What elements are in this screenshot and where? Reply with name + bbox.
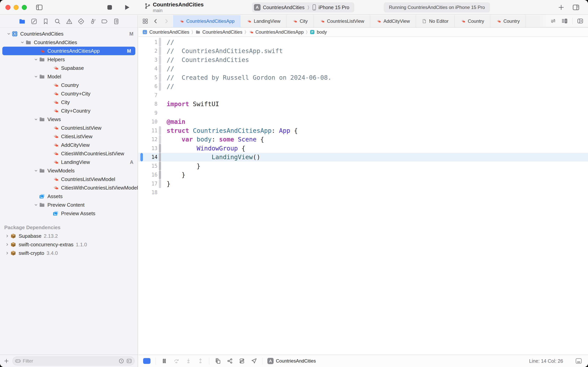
tree-item-country-city[interactable]: Country+City [0, 89, 138, 98]
code-line[interactable]: 17} [138, 179, 588, 188]
running-app-indicator[interactable]: A CountriesAndCities [267, 358, 316, 364]
disclosure-chevron-icon[interactable] [4, 234, 10, 238]
breadcrumb-segment-countriesandcities[interactable]: ACountriesAndCities [142, 29, 189, 35]
editor-tab-countriesandcitiesapp[interactable]: CountriesAndCitiesApp [173, 15, 241, 27]
scheme-destination-label[interactable]: iPhone 15 Pro [319, 5, 349, 10]
toggle-debug-area-icon[interactable] [575, 357, 583, 365]
tree-item-countriesandcities[interactable]: ACountriesAndCitiesM [0, 30, 138, 38]
debug-navigator-icon[interactable] [89, 18, 96, 25]
scheme-selector[interactable]: A CountriesAndCities 〉 iPhone 15 Pro [252, 2, 354, 12]
code-line[interactable]: 5// Created by Russell Gordon on 2024-06… [138, 73, 588, 82]
go-back-icon[interactable] [152, 18, 159, 25]
tree-item-countriesandcities[interactable]: CountriesAndCities [0, 38, 138, 47]
editor-options-icon[interactable] [561, 17, 568, 25]
issues-navigator-icon[interactable] [66, 18, 73, 25]
memory-graph-icon[interactable] [226, 358, 233, 365]
code-line[interactable]: 7 [138, 91, 588, 100]
disclosure-chevron-icon[interactable] [33, 57, 39, 62]
breadcrumb-segment-countriesandcitiesapp[interactable]: CountriesAndCitiesApp [249, 29, 304, 35]
tree-item-viewmodels[interactable]: ViewModels [0, 167, 138, 175]
disclosure-chevron-icon[interactable] [4, 242, 10, 247]
disclosure-chevron-icon[interactable] [19, 40, 25, 44]
go-forward-icon[interactable] [163, 18, 169, 25]
add-editor-icon[interactable] [577, 17, 584, 25]
tree-item-helpers[interactable]: Helpers [0, 55, 138, 64]
editor-tab-addcityview[interactable]: AddCityView [370, 15, 416, 27]
tree-item-countrieslistviewmodel[interactable]: CountriesListViewModel [0, 175, 138, 184]
disclosure-chevron-icon[interactable] [6, 32, 12, 36]
project-navigator-icon[interactable] [19, 18, 26, 25]
scheme-project-label[interactable]: CountriesAndCities [263, 5, 304, 10]
tree-item-views[interactable]: Views [0, 115, 138, 124]
code-line[interactable]: 8import SwiftUI [138, 100, 588, 109]
bookmarks-navigator-icon[interactable] [42, 18, 49, 25]
editor-tab-country[interactable]: Country [455, 15, 490, 27]
editor-tab-country[interactable]: Country [490, 15, 526, 27]
recent-files-clock-icon[interactable] [118, 358, 124, 364]
tree-item-supabase[interactable]: Supabase [0, 64, 138, 72]
code-line[interactable]: 6// [138, 82, 588, 91]
editor-tab-landingview[interactable]: LandingView [241, 15, 286, 27]
code-line[interactable]: 1// [138, 38, 588, 47]
close-window-button[interactable] [5, 5, 10, 10]
breadcrumb-segment-countriesandcities[interactable]: CountriesAndCities [195, 29, 242, 35]
tree-item-assets[interactable]: Assets [0, 192, 138, 200]
breakpoints-toggle-icon[interactable] [143, 358, 151, 364]
code-line[interactable]: 15 } [138, 162, 588, 170]
editor-tab-no-editor[interactable]: No Editor [416, 15, 455, 27]
tests-navigator-icon[interactable] [78, 18, 84, 25]
disclosure-chevron-icon[interactable] [33, 203, 39, 207]
find-navigator-icon[interactable] [54, 18, 61, 25]
disclosure-chevron-icon[interactable] [33, 75, 39, 79]
tree-item-country[interactable]: Country [0, 81, 138, 89]
editor-tab-city[interactable]: City [286, 15, 314, 27]
environment-overrides-icon[interactable] [238, 358, 245, 365]
source-control-navigator-icon[interactable] [31, 18, 38, 25]
filter-field[interactable] [12, 357, 134, 366]
library-plus-icon[interactable] [556, 3, 566, 12]
filter-scope-icon[interactable] [126, 358, 132, 364]
simulate-location-icon[interactable] [251, 358, 257, 365]
tree-item-city-country[interactable]: City+Country [0, 107, 138, 115]
disclosure-chevron-icon[interactable] [4, 251, 10, 255]
breakpoints-navigator-icon[interactable] [101, 18, 108, 25]
tree-item-addcityview[interactable]: AddCityView [0, 141, 138, 149]
add-file-icon[interactable] [3, 358, 10, 364]
code-line[interactable]: 10@main [138, 117, 588, 126]
tree-item-model[interactable]: Model [0, 72, 138, 81]
code-line-current[interactable]: 14 LandingView() [138, 153, 588, 162]
disclosure-chevron-icon[interactable] [33, 117, 39, 122]
tree-item-preview-content[interactable]: Preview Content [0, 200, 138, 209]
code-line[interactable]: 3// CountriesAndCities [138, 55, 588, 64]
code-editor[interactable]: 1//2// CountriesAndCitiesApp.swift3// Co… [138, 37, 588, 355]
code-line[interactable]: 18 [138, 188, 588, 197]
code-line[interactable]: 16 } [138, 170, 588, 179]
code-line[interactable]: 13 WindowGroup { [138, 144, 588, 153]
tree-item-landingview[interactable]: LandingViewA [0, 158, 138, 167]
code-line[interactable]: 9 [138, 108, 588, 117]
minimize-window-button[interactable] [14, 5, 19, 10]
code-line[interactable]: 11struct CountriesAndCitiesApp: App { [138, 126, 588, 135]
tree-item-citieswithcountrieslistview[interactable]: CitiesWithCountriesListView [0, 149, 138, 158]
tree-item-citieswithcountrieslistviewmodel[interactable]: CitiesWithCountriesListViewModel [0, 184, 138, 192]
pause-icon[interactable] [161, 358, 168, 365]
toggle-inspector-icon[interactable] [571, 3, 581, 12]
related-items-grid-icon[interactable] [142, 18, 149, 25]
tree-item-countriesandcitiesapp[interactable]: CountriesAndCitiesAppM [2, 47, 135, 55]
tree-item-countrieslistview[interactable]: CountriesListView [0, 124, 138, 132]
view-hierarchy-icon[interactable] [214, 358, 221, 365]
stop-button[interactable] [105, 3, 114, 12]
code-line[interactable]: 4// [138, 64, 588, 73]
code-line[interactable]: 12 var body: some Scene { [138, 135, 588, 144]
toggle-navigator-icon[interactable] [35, 3, 44, 12]
editor-tab-countrieslistview[interactable]: CountriesListView [314, 15, 370, 27]
package-item-swift-crypto[interactable]: swift-crypto3.4.0 [0, 249, 138, 257]
zoom-window-button[interactable] [22, 5, 27, 10]
tree-item-preview-assets[interactable]: Preview Assets [0, 209, 138, 218]
breadcrumb-segment-body[interactable]: Pbody [310, 29, 327, 35]
code-line[interactable]: 2// CountriesAndCitiesApp.swift [138, 47, 588, 56]
package-item-swift-concurrency-extras[interactable]: swift-concurrency-extras1.1.0 [0, 240, 138, 249]
package-item-supabase[interactable]: Supabase2.13.2 [0, 232, 138, 240]
reports-navigator-icon[interactable] [113, 18, 120, 25]
swap-editor-icon[interactable] [550, 17, 557, 25]
